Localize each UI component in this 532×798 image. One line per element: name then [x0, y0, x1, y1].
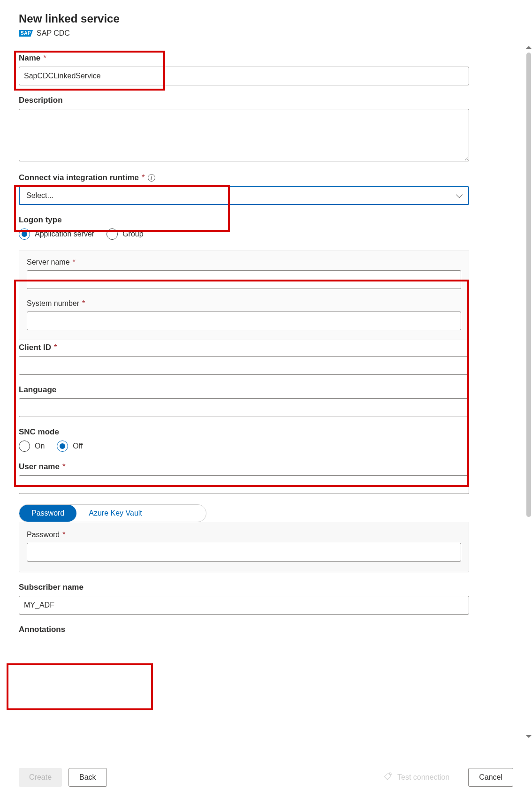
required-indicator: * [82, 299, 85, 308]
scroll-up-icon[interactable] [526, 46, 532, 49]
subscriber-field-block: Subscriber name [19, 583, 469, 615]
radio-off-label: Off [73, 442, 83, 450]
radio-application-server[interactable] [19, 228, 30, 240]
scrollbar-thumb[interactable] [526, 53, 531, 517]
logon-type-block: Logon type Application server Group [19, 215, 469, 240]
chevron-down-icon [456, 191, 463, 198]
username-input[interactable] [19, 475, 469, 494]
required-indicator: * [54, 343, 57, 352]
radio-group[interactable] [106, 228, 118, 240]
logon-type-label: Logon type [19, 215, 62, 225]
snc-mode-label: SNC mode [19, 427, 59, 437]
back-button[interactable]: Back [68, 768, 107, 787]
pill-azure-key-vault[interactable]: Azure Key Vault [76, 505, 154, 522]
plug-icon [383, 771, 395, 783]
description-input[interactable] [19, 109, 469, 161]
language-label: Language [19, 385, 56, 395]
annotations-block: Annotations [19, 625, 469, 634]
subscriber-input[interactable] [19, 596, 469, 615]
username-label: User name [19, 462, 60, 471]
sap-icon: SAP [19, 30, 33, 37]
name-input[interactable] [19, 67, 469, 85]
language-field-block: Language [19, 385, 469, 417]
description-label: Description [19, 96, 63, 105]
required-indicator: * [62, 462, 66, 471]
required-indicator: * [43, 53, 46, 63]
scrollbar-track[interactable] [526, 46, 531, 738]
test-connection-label: Test connection [397, 773, 449, 782]
linked-service-form: New linked service SAP SAP CDC Name * De… [0, 0, 514, 738]
annotations-label: Annotations [19, 625, 65, 634]
runtime-label: Connect via integration runtime [19, 173, 139, 182]
runtime-field-block: Connect via integration runtime * i Sele… [19, 173, 469, 205]
service-type-label: SAP CDC [37, 29, 70, 38]
password-subbox: Password * [19, 522, 469, 572]
server-name-input[interactable] [27, 270, 461, 289]
runtime-select[interactable]: Select... [19, 186, 469, 205]
test-connection-button[interactable]: Test connection [375, 768, 460, 787]
required-indicator: * [142, 173, 145, 182]
client-id-input[interactable] [19, 356, 469, 375]
pill-password[interactable]: Password [19, 505, 76, 522]
subscriber-label: Subscriber name [19, 583, 84, 592]
info-icon[interactable]: i [148, 174, 155, 182]
snc-mode-block: SNC mode On Off [19, 427, 469, 452]
required-indicator: * [73, 258, 76, 266]
scroll-down-icon[interactable] [526, 735, 532, 738]
password-label: Password [27, 531, 60, 539]
description-field-block: Description [19, 96, 469, 163]
client-id-label: Client ID [19, 343, 51, 352]
required-indicator: * [62, 531, 65, 539]
radio-group-label: Group [122, 230, 143, 238]
page-title: New linked service [19, 12, 514, 25]
server-name-label: Server name [27, 258, 70, 266]
username-field-block: User name * [19, 462, 469, 494]
cancel-button[interactable]: Cancel [468, 768, 513, 787]
language-input[interactable] [19, 398, 469, 417]
name-label: Name [19, 53, 40, 63]
radio-snc-on[interactable] [19, 441, 30, 452]
password-input[interactable] [27, 543, 461, 562]
radio-snc-off[interactable] [57, 441, 68, 452]
service-type-row: SAP SAP CDC [19, 29, 514, 38]
system-number-label: System number [27, 299, 79, 308]
name-field-block: Name * [19, 53, 469, 85]
create-button[interactable]: Create [19, 768, 62, 787]
auth-type-pills: Password Azure Key Vault [19, 504, 206, 522]
radio-app-server-label: Application server [35, 230, 94, 238]
client-id-field-block: Client ID * [19, 343, 469, 375]
system-number-input[interactable] [27, 312, 461, 330]
server-subbox: Server name * System number * [19, 250, 469, 340]
footer-bar: Create Back Test connection Cancel [0, 756, 532, 798]
runtime-select-value: Select... [26, 191, 53, 200]
radio-on-label: On [35, 442, 45, 450]
